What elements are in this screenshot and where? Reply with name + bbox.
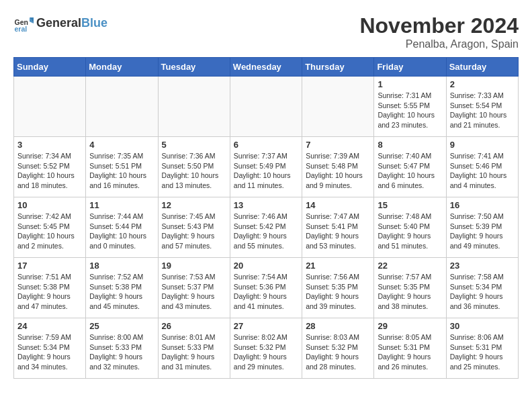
day-info: Sunrise: 7:46 AM Sunset: 5:42 PM Dayligh… xyxy=(234,212,298,251)
day-number: 28 xyxy=(306,321,370,331)
calendar-cell xyxy=(86,77,158,137)
logo-text: GeneralBlue xyxy=(36,17,107,30)
day-info: Sunrise: 7:56 AM Sunset: 5:35 PM Dayligh… xyxy=(306,272,370,312)
calendar-cell: 5Sunrise: 7:36 AM Sunset: 5:50 PM Daylig… xyxy=(158,137,230,197)
weekday-header-thursday: Thursday xyxy=(302,58,374,77)
calendar-cell xyxy=(14,77,86,137)
calendar-cell: 8Sunrise: 7:40 AM Sunset: 5:47 PM Daylig… xyxy=(374,137,446,197)
calendar-cell: 24Sunrise: 7:59 AM Sunset: 5:34 PM Dayli… xyxy=(14,318,86,379)
day-info: Sunrise: 7:48 AM Sunset: 5:40 PM Dayligh… xyxy=(378,212,442,251)
weekday-header-tuesday: Tuesday xyxy=(158,58,230,77)
day-number: 29 xyxy=(378,321,442,331)
day-info: Sunrise: 7:36 AM Sunset: 5:50 PM Dayligh… xyxy=(162,151,226,191)
calendar-cell: 20Sunrise: 7:54 AM Sunset: 5:36 PM Dayli… xyxy=(230,258,302,318)
calendar-cell: 25Sunrise: 8:00 AM Sunset: 5:33 PM Dayli… xyxy=(86,318,158,379)
day-number: 17 xyxy=(17,261,82,271)
calendar-cell: 13Sunrise: 7:46 AM Sunset: 5:42 PM Dayli… xyxy=(230,197,302,258)
calendar-cell: 1Sunrise: 7:31 AM Sunset: 5:55 PM Daylig… xyxy=(374,77,446,137)
day-number: 22 xyxy=(378,261,442,271)
calendar-cell: 17Sunrise: 7:51 AM Sunset: 5:38 PM Dayli… xyxy=(14,258,86,318)
day-number: 18 xyxy=(89,261,154,271)
page-header: Gen eral GeneralBlue November 2024 Penal… xyxy=(13,13,519,50)
calendar-cell: 4Sunrise: 7:35 AM Sunset: 5:51 PM Daylig… xyxy=(86,137,158,197)
calendar-cell xyxy=(158,77,230,137)
calendar-cell: 9Sunrise: 7:41 AM Sunset: 5:46 PM Daylig… xyxy=(446,137,518,197)
calendar-cell: 7Sunrise: 7:39 AM Sunset: 5:48 PM Daylig… xyxy=(302,137,374,197)
day-number: 21 xyxy=(306,261,370,271)
day-info: Sunrise: 7:47 AM Sunset: 5:41 PM Dayligh… xyxy=(306,212,370,251)
calendar-cell: 22Sunrise: 7:57 AM Sunset: 5:35 PM Dayli… xyxy=(374,258,446,318)
day-number: 24 xyxy=(17,321,82,331)
calendar-week-3: 10Sunrise: 7:42 AM Sunset: 5:45 PM Dayli… xyxy=(14,197,519,258)
day-info: Sunrise: 7:31 AM Sunset: 5:55 PM Dayligh… xyxy=(378,91,442,130)
day-info: Sunrise: 7:54 AM Sunset: 5:36 PM Dayligh… xyxy=(234,272,298,312)
calendar-cell: 16Sunrise: 7:50 AM Sunset: 5:39 PM Dayli… xyxy=(446,197,518,258)
weekday-header-monday: Monday xyxy=(86,58,158,77)
calendar-cell: 23Sunrise: 7:58 AM Sunset: 5:34 PM Dayli… xyxy=(446,258,518,318)
day-number: 11 xyxy=(89,200,154,210)
weekday-header-friday: Friday xyxy=(374,58,446,77)
day-number: 14 xyxy=(306,200,370,210)
title-area: November 2024 Penalba, Aragon, Spain xyxy=(359,13,519,50)
day-info: Sunrise: 8:00 AM Sunset: 5:33 PM Dayligh… xyxy=(89,332,154,372)
calendar-cell: 12Sunrise: 7:45 AM Sunset: 5:43 PM Dayli… xyxy=(158,197,230,258)
calendar-cell: 28Sunrise: 8:03 AM Sunset: 5:32 PM Dayli… xyxy=(302,318,374,379)
calendar-body: 1Sunrise: 7:31 AM Sunset: 5:55 PM Daylig… xyxy=(14,77,519,379)
calendar-cell: 19Sunrise: 7:53 AM Sunset: 5:37 PM Dayli… xyxy=(158,258,230,318)
calendar-cell: 26Sunrise: 8:01 AM Sunset: 5:33 PM Dayli… xyxy=(158,318,230,379)
calendar-cell: 6Sunrise: 7:37 AM Sunset: 5:49 PM Daylig… xyxy=(230,137,302,197)
calendar-cell: 15Sunrise: 7:48 AM Sunset: 5:40 PM Dayli… xyxy=(374,197,446,258)
logo: Gen eral GeneralBlue xyxy=(13,13,107,34)
location: Penalba, Aragon, Spain xyxy=(359,38,519,50)
calendar-cell: 29Sunrise: 8:05 AM Sunset: 5:31 PM Dayli… xyxy=(374,318,446,379)
calendar-cell xyxy=(230,77,302,137)
day-number: 13 xyxy=(234,200,298,210)
calendar-cell xyxy=(302,77,374,137)
day-number: 3 xyxy=(17,140,82,150)
day-info: Sunrise: 7:37 AM Sunset: 5:49 PM Dayligh… xyxy=(234,151,298,191)
day-number: 10 xyxy=(17,200,82,210)
calendar-week-2: 3Sunrise: 7:34 AM Sunset: 5:52 PM Daylig… xyxy=(14,137,519,197)
weekday-header-saturday: Saturday xyxy=(446,58,518,77)
day-info: Sunrise: 7:33 AM Sunset: 5:54 PM Dayligh… xyxy=(450,91,515,130)
day-number: 30 xyxy=(450,321,515,331)
day-number: 5 xyxy=(162,140,226,150)
calendar-header: SundayMondayTuesdayWednesdayThursdayFrid… xyxy=(14,58,519,77)
day-number: 23 xyxy=(450,261,515,271)
calendar-cell: 10Sunrise: 7:42 AM Sunset: 5:45 PM Dayli… xyxy=(14,197,86,258)
day-info: Sunrise: 8:01 AM Sunset: 5:33 PM Dayligh… xyxy=(162,332,226,372)
calendar-cell: 14Sunrise: 7:47 AM Sunset: 5:41 PM Dayli… xyxy=(302,197,374,258)
day-info: Sunrise: 7:45 AM Sunset: 5:43 PM Dayligh… xyxy=(162,212,226,251)
weekday-header-wednesday: Wednesday xyxy=(230,58,302,77)
day-number: 7 xyxy=(306,140,370,150)
day-info: Sunrise: 7:52 AM Sunset: 5:38 PM Dayligh… xyxy=(89,272,154,312)
calendar-table: SundayMondayTuesdayWednesdayThursdayFrid… xyxy=(13,57,519,379)
weekday-header-row: SundayMondayTuesdayWednesdayThursdayFrid… xyxy=(14,58,519,77)
day-info: Sunrise: 7:59 AM Sunset: 5:34 PM Dayligh… xyxy=(17,332,82,372)
day-info: Sunrise: 7:51 AM Sunset: 5:38 PM Dayligh… xyxy=(17,272,82,312)
calendar-cell: 27Sunrise: 8:02 AM Sunset: 5:32 PM Dayli… xyxy=(230,318,302,379)
svg-text:eral: eral xyxy=(15,25,28,33)
calendar-cell: 18Sunrise: 7:52 AM Sunset: 5:38 PM Dayli… xyxy=(86,258,158,318)
calendar-week-1: 1Sunrise: 7:31 AM Sunset: 5:55 PM Daylig… xyxy=(14,77,519,137)
day-info: Sunrise: 7:34 AM Sunset: 5:52 PM Dayligh… xyxy=(17,151,82,191)
day-number: 27 xyxy=(234,321,298,331)
day-number: 2 xyxy=(450,79,515,89)
calendar-cell: 3Sunrise: 7:34 AM Sunset: 5:52 PM Daylig… xyxy=(14,137,86,197)
day-info: Sunrise: 7:58 AM Sunset: 5:34 PM Dayligh… xyxy=(450,272,515,312)
day-info: Sunrise: 7:44 AM Sunset: 5:44 PM Dayligh… xyxy=(89,212,154,251)
day-number: 19 xyxy=(162,261,226,271)
day-number: 12 xyxy=(162,200,226,210)
day-info: Sunrise: 8:06 AM Sunset: 5:31 PM Dayligh… xyxy=(450,332,515,372)
day-info: Sunrise: 7:53 AM Sunset: 5:37 PM Dayligh… xyxy=(162,272,226,312)
day-info: Sunrise: 7:40 AM Sunset: 5:47 PM Dayligh… xyxy=(378,151,442,191)
logo-icon: Gen eral xyxy=(13,13,34,34)
month-title: November 2024 xyxy=(359,13,519,38)
day-number: 9 xyxy=(450,140,515,150)
day-number: 26 xyxy=(162,321,226,331)
day-number: 8 xyxy=(378,140,442,150)
day-number: 4 xyxy=(89,140,154,150)
day-number: 15 xyxy=(378,200,442,210)
day-number: 25 xyxy=(89,321,154,331)
day-number: 16 xyxy=(450,200,515,210)
